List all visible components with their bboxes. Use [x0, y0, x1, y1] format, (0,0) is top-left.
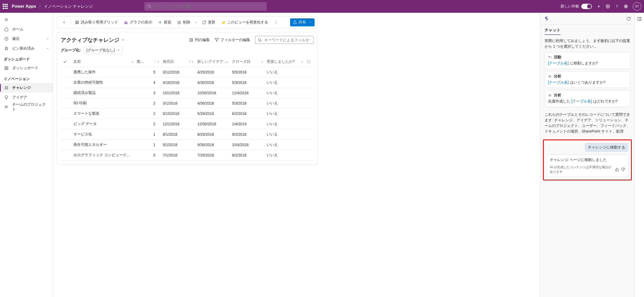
sidebar-item-チームのプロジェクト[interactable]: チームのプロジェクト: [0, 102, 53, 112]
svg-point-15: [5, 86, 6, 88]
hamburger-icon: [4, 18, 9, 22]
group-by-select[interactable]: (グループ化なし): [83, 47, 123, 54]
sidebar-item-最近[interactable]: 最近: [0, 34, 53, 44]
svg-rect-13: [5, 68, 6, 70]
ai-response-text: チャレンジ ページに移動しました: [550, 158, 625, 162]
help-icon[interactable]: [615, 4, 619, 9]
col-save-icon[interactable]: [305, 57, 313, 67]
delete-button[interactable]: 削除: [175, 18, 193, 26]
user-message: チャレンジに移動する: [585, 143, 628, 152]
brand-title: Power Apps: [12, 4, 36, 9]
cell-name: サービス化: [71, 129, 135, 140]
new-look-label: 新しい外観: [561, 4, 579, 9]
svg-point-5: [617, 7, 617, 8]
cell-launch: 4/16/2018: [161, 77, 195, 88]
sidebar-heading: イノベーション: [0, 73, 53, 83]
chart-icon: [124, 20, 128, 24]
cell-won: いいえ: [265, 150, 305, 160]
table-row[interactable]: ホログラフィック コンピューティング 0 7/1/2018 7/29/2018 …: [61, 150, 313, 160]
cell-name: 企業の持続可能性: [71, 77, 135, 88]
back-button[interactable]: [60, 19, 68, 26]
cell-approve: 12/30/2018: [195, 119, 230, 129]
user-avatar[interactable]: ST: [633, 2, 641, 11]
search-input[interactable]: [144, 2, 267, 11]
card-heading: 分析: [554, 93, 561, 98]
table-row[interactable]: 3D 印刷 2 3/1/2018 4/30/2018 5/3/2018 いいえ: [61, 98, 313, 109]
svg-rect-32: [224, 21, 225, 24]
cell-name: スマートな製造: [71, 109, 135, 119]
copilot-suggestion-card[interactable]: 活動 [テーブル名] に移動しますか?: [545, 52, 630, 69]
svg-rect-30: [222, 22, 223, 24]
cell-approve: 7/29/2018: [195, 150, 230, 160]
table-row[interactable]: 接続済み製品 3 10/1/2018 10/30/2018 11/4/2018 …: [61, 88, 313, 98]
globe-icon[interactable]: [624, 4, 628, 9]
add-icon[interactable]: [597, 4, 601, 9]
sidebar-item-アイデア[interactable]: アイデア: [0, 93, 53, 102]
home-icon: [4, 27, 9, 31]
view-selector[interactable]: アクティブなチャレンジ: [61, 36, 125, 44]
thumbs-up-button[interactable]: [615, 168, 619, 171]
sidebar-item-ダッシュボード[interactable]: ダッシュボード: [0, 63, 53, 73]
copilot-suggestion-card[interactable]: 分析 先週作成した [テーブル名] はどれですか?: [545, 90, 630, 107]
col-name[interactable]: 名前⌄: [71, 57, 135, 67]
copilot-chat-tab[interactable]: チャット: [545, 28, 561, 35]
app-launcher-icon[interactable]: [3, 4, 8, 9]
edit-columns-button[interactable]: 列の編集: [189, 38, 210, 42]
new-button[interactable]: 新規: [156, 18, 173, 26]
sidebar-item-label: チームのプロジェクト: [12, 102, 49, 112]
copilot-suggestion-card[interactable]: 分析 [テーブル名] はいくつありますか?: [545, 71, 630, 88]
cell-launch: 3/1/2018: [161, 98, 195, 109]
cell-approve: 4/29/2018: [195, 67, 230, 77]
svg-point-35: [276, 23, 276, 24]
table-row[interactable]: 連携した操作 5 3/12/2018 4/29/2018 5/5/2018 いい…: [61, 67, 313, 77]
keyword-filter-input[interactable]: [255, 36, 313, 44]
card-body: [テーブル名] に移動しますか?: [548, 61, 627, 66]
new-label: 新規: [164, 20, 171, 25]
cell-won: いいえ: [265, 67, 305, 77]
table-row[interactable]: 企業の持続可能性 4 4/16/2018 4/30/2018 5/3/2018 …: [61, 77, 313, 88]
col-count[interactable]: 数...↓⌄: [135, 57, 161, 67]
delete-chevron[interactable]: [194, 19, 198, 26]
cell-count: 2: [135, 98, 161, 109]
cell-name: ホログラフィック コンピューティング: [71, 150, 135, 160]
sidebar-item-ホーム[interactable]: ホーム: [0, 24, 53, 34]
svg-rect-11: [5, 67, 6, 68]
settings-icon[interactable]: [606, 4, 610, 9]
sidebar-collapse-button[interactable]: [0, 15, 53, 24]
cell-close: 10/4/2018: [230, 140, 264, 150]
powerbi-icon: [221, 20, 225, 24]
sidebar-item-チャレンジ[interactable]: チャレンジ: [0, 83, 53, 93]
new-look-toggle[interactable]: [581, 4, 592, 9]
sidebar-heading: ダッシュボード: [0, 53, 53, 63]
readonly-grid-label: 読み取り専用グリッド: [81, 20, 118, 25]
sidebar-item-ピン留め済み[interactable]: ピン留め済み: [0, 44, 53, 53]
copilot-refresh-button[interactable]: [626, 16, 631, 21]
readonly-grid-button[interactable]: 読み取り専用グリッド: [73, 18, 120, 26]
table-row[interactable]: サービス化 1 8/1/2018 8/29/2018 9/2/2018 いいえ: [61, 129, 313, 140]
select-all-checkbox[interactable]: [61, 57, 71, 67]
share-button[interactable]: 共有: [290, 18, 315, 26]
copilot-expand-button[interactable]: [637, 16, 642, 21]
col-launch[interactable]: 発売日↑⌄: [161, 57, 195, 67]
edit-filters-button[interactable]: フィルターの編集: [215, 38, 250, 42]
show-chart-button[interactable]: グラフの表示: [122, 18, 154, 26]
search-icon: [258, 38, 262, 42]
table-row[interactable]: 再生可能エネルギー 1 9/1/2018 9/30/2018 10/4/2018…: [61, 140, 313, 150]
refresh-button[interactable]: 更新: [200, 18, 218, 26]
thumbs-down-button[interactable]: [621, 168, 625, 171]
col-won[interactable]: 受賞しましたか?⌄: [265, 57, 305, 67]
cell-close: 5/3/2018: [230, 98, 264, 109]
cell-close: 5/3/2018: [230, 77, 264, 88]
visualize-button[interactable]: このビューを視覚化する: [219, 18, 270, 26]
svg-rect-27: [127, 23, 128, 24]
table-row[interactable]: スマートな製造 2 5/15/2018 5/29/2018 6/2/2018 い…: [61, 109, 313, 119]
col-close[interactable]: クローズ日⌄: [230, 57, 264, 67]
col-approve[interactable]: 新しいアイデアを承認...⌄: [195, 57, 230, 67]
overflow-menu[interactable]: [274, 20, 278, 24]
svg-rect-12: [7, 67, 8, 68]
separator: [70, 19, 71, 25]
cell-count: 5: [135, 67, 161, 77]
show-chart-label: グラフの表示: [130, 20, 152, 25]
svg-rect-26: [126, 21, 127, 24]
table-row[interactable]: ビッグ データ 2 12/1/2018 12/30/2018 1/4/2019 …: [61, 119, 313, 129]
